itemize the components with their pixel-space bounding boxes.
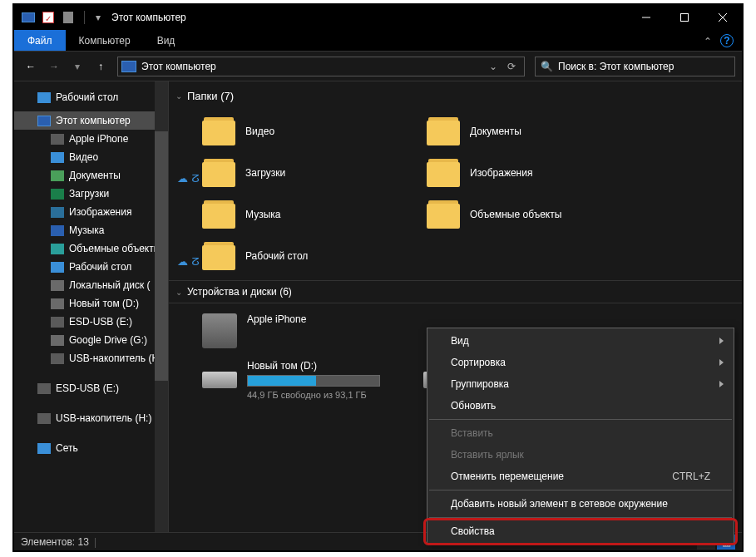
tree-icon (37, 116, 51, 126)
sidebar-item[interactable]: Google Drive (G:) (14, 331, 168, 349)
tree-label: Видео (69, 151, 98, 163)
sidebar-item[interactable]: ESD-USB (E:) (14, 313, 168, 331)
sidebar-item-usbh[interactable]: USB-накопитель (H:) (14, 409, 168, 427)
sidebar-item[interactable]: Новый том (D:) (14, 294, 168, 313)
folder-icon (202, 242, 235, 270)
address-bar[interactable]: Этот компьютер ⌄ ⟳ (117, 57, 525, 76)
tree-label: Локальный диск ( (69, 279, 151, 291)
tree-label: Рабочий стол (56, 91, 118, 103)
tree-label: Музыка (69, 224, 104, 236)
close-button[interactable] (704, 5, 742, 30)
sidebar-scrollbar[interactable] (155, 81, 168, 532)
storage-text: 44,9 ГБ свободно из 93,1 ГБ (247, 390, 410, 400)
cm-view[interactable]: Вид (427, 330, 734, 352)
sidebar-item[interactable]: Рабочий стол (14, 258, 168, 276)
folder-item[interactable]: Видео (202, 111, 427, 152)
cloud-icon: ☁ ⵒ (177, 172, 200, 185)
navbar: ← → ▾ ↑ Этот компьютер ⌄ ⟳ 🔍 Поиск в: Эт… (14, 52, 742, 81)
sidebar-item[interactable]: Объемные объекты (14, 239, 168, 258)
tree-icon (51, 170, 64, 181)
tree-label: Apple iPhone (69, 133, 128, 145)
sidebar-item[interactable]: Этот компьютер (14, 111, 168, 130)
ribbon: Файл Компьютер Вид ⌄ ? (14, 30, 742, 52)
search-placeholder: Поиск в: Этот компьютер (558, 61, 674, 72)
tab-view[interactable]: Вид (144, 30, 189, 51)
sidebar-item[interactable]: Локальный диск ( (14, 276, 168, 294)
sidebar-item[interactable]: Документы (14, 166, 168, 185)
history-dropdown[interactable]: ▾ (67, 57, 87, 76)
sidebar-item-esd[interactable]: ESD-USB (E:) (14, 379, 168, 397)
cm-sort[interactable]: Сортировка (427, 352, 734, 373)
svg-rect-1 (681, 14, 689, 22)
qa-dropdown[interactable]: ▾ (93, 5, 103, 30)
tree-label: Рабочий стол (69, 261, 131, 273)
folder-item[interactable]: ☁ ⵒЗагрузки (202, 152, 427, 194)
cm-refresh[interactable]: Обновить (427, 395, 734, 417)
qa-save-icon[interactable]: ✓ (41, 10, 56, 25)
section-devices[interactable]: ⌄ Устройства и диски (6) (169, 280, 742, 303)
tree-icon (51, 262, 64, 273)
folder-label: Объемные объекты (470, 209, 561, 220)
folder-item[interactable]: Объемные объекты (427, 194, 651, 235)
device-item[interactable]: Новый том (D:)44,9 ГБ свободно из 93,1 Г… (202, 360, 410, 412)
cm-group[interactable]: Группировка (427, 373, 734, 395)
tree-label: USB-накопитель (H (69, 352, 159, 364)
cm-undo[interactable]: Отменить перемещениеCTRL+Z (427, 466, 734, 487)
tree-label: Изображения (69, 206, 131, 218)
tree-label: Google Drive (G:) (69, 334, 147, 346)
tab-file[interactable]: Файл (14, 30, 66, 51)
ribbon-collapse-icon[interactable]: ⌄ (704, 35, 712, 47)
device-label: Apple iPhone (247, 313, 410, 325)
maximize-button[interactable] (665, 5, 704, 30)
folder-item[interactable]: Музыка (202, 194, 427, 235)
sidebar-item[interactable]: Apple iPhone (14, 130, 168, 148)
drive-icon (202, 372, 237, 388)
address-dropdown[interactable]: ⌄ (484, 57, 502, 76)
sidebar-item[interactable]: Изображения (14, 203, 168, 221)
sidebar-item-network[interactable]: Сеть (14, 439, 168, 457)
up-button[interactable]: ↑ (91, 57, 111, 76)
explorer-window: ✓ ▾ Этот компьютер Файл Компьютер Вид ⌄ … (14, 5, 742, 550)
cm-properties[interactable]: Свойства (427, 520, 734, 542)
qa-props-icon[interactable] (61, 10, 76, 25)
folder-item[interactable]: Изображения (427, 152, 651, 194)
sidebar-item[interactable]: USB-накопитель (H (14, 349, 168, 367)
cm-paste: Вставить (427, 422, 734, 444)
folder-item[interactable]: ☁ ⵒРабочий стол (202, 235, 427, 277)
tree-icon (51, 244, 64, 254)
context-menu: Вид Сортировка Группировка Обновить Вста… (427, 328, 734, 545)
back-button[interactable]: ← (21, 57, 41, 76)
titlebar: ✓ ▾ Этот компьютер (14, 5, 742, 30)
folder-label: Музыка (245, 209, 280, 220)
folder-icon (202, 200, 235, 229)
tree-icon (51, 134, 64, 145)
minimize-button[interactable] (627, 5, 665, 30)
sidebar-item[interactable]: Музыка (14, 221, 168, 239)
status-count: Элементов: 13 (21, 536, 89, 548)
tab-computer[interactable]: Компьютер (66, 30, 144, 51)
tree-label: Новый том (D:) (69, 298, 139, 309)
storage-bar (247, 375, 380, 387)
sidebar-item[interactable]: Загрузки (14, 185, 168, 203)
device-item[interactable]: Apple iPhone (202, 313, 410, 360)
folder-icon (202, 159, 235, 187)
phone-icon (202, 313, 237, 348)
cm-addnet[interactable]: Добавить новый элемент в сетевое окружен… (427, 493, 734, 515)
tree-icon (51, 152, 64, 163)
forward-button[interactable]: → (44, 57, 64, 76)
search-icon: 🔍 (541, 61, 553, 72)
chevron-down-icon: ⌄ (175, 91, 182, 101)
folder-icon (427, 200, 460, 229)
sidebar-item[interactable]: Рабочий стол (14, 88, 168, 106)
cloud-icon: ☁ ⵒ (177, 255, 200, 268)
folder-icon (427, 159, 460, 187)
refresh-button[interactable]: ⟳ (502, 57, 521, 76)
tree-icon (51, 317, 64, 328)
tree-label: Объемные объекты (69, 243, 161, 254)
section-folders[interactable]: ⌄ Папки (7) (169, 88, 742, 104)
help-icon[interactable]: ? (720, 34, 734, 47)
sidebar-item[interactable]: Видео (14, 148, 168, 166)
folder-item[interactable]: Документы (427, 111, 651, 152)
tree-icon (37, 92, 51, 103)
search-input[interactable]: 🔍 Поиск в: Этот компьютер (535, 57, 735, 76)
